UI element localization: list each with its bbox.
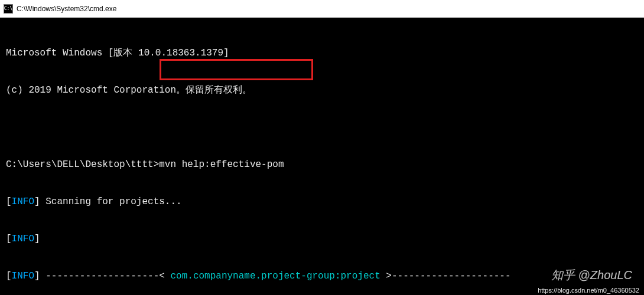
scanning-text: Scanning for projects... bbox=[40, 196, 182, 207]
watermark-text: 知乎 @ZhouLC bbox=[551, 267, 632, 283]
info-scanning: [INFO] Scanning for projects... bbox=[6, 196, 642, 208]
blank-line bbox=[6, 122, 642, 134]
window-titlebar: C:\ C:\Windows\System32\cmd.exe bbox=[0, 0, 644, 18]
info-blank: [INFO] bbox=[6, 233, 642, 245]
info-tag: INFO bbox=[12, 234, 34, 244]
info-tag: INFO bbox=[12, 196, 34, 207]
dash-left: --------------------< bbox=[40, 271, 171, 281]
info-group: [INFO] --------------------< com.company… bbox=[6, 270, 642, 283]
dash-right: >--------------------- bbox=[380, 271, 511, 281]
prompt-line: C:\Users\DELL\Desktop\tttt>mvn help:effe… bbox=[6, 159, 642, 171]
terminal-output[interactable]: Microsoft Windows [版本 10.0.18363.1379] (… bbox=[0, 18, 644, 295]
command-text: mvn help:effective-pom bbox=[159, 159, 284, 170]
prompt-path: C:\Users\DELL\Desktop\tttt> bbox=[6, 159, 159, 170]
copyright-line: (c) 2019 Microsoft Corporation。保留所有权利。 bbox=[6, 84, 642, 97]
watermark-url: https://blog.csdn.net/m0_46360532 bbox=[538, 287, 639, 294]
window-title: C:\Windows\System32\cmd.exe bbox=[17, 5, 116, 13]
cmd-icon: C:\ bbox=[4, 4, 13, 14]
info-tag: INFO bbox=[12, 271, 34, 281]
banner-line: Microsoft Windows [版本 10.0.18363.1379] bbox=[6, 47, 642, 60]
group-id: com.companyname.project-group:project bbox=[170, 271, 380, 281]
